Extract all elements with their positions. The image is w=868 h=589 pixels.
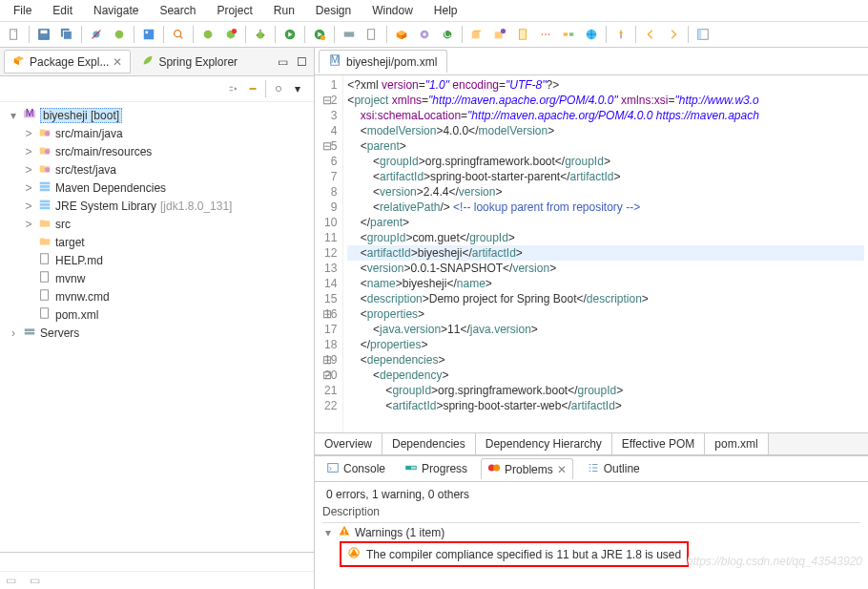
run-last-icon[interactable] bbox=[309, 24, 330, 45]
progress-icon bbox=[404, 461, 418, 477]
focus-icon[interactable] bbox=[270, 80, 287, 97]
menu-help[interactable]: Help bbox=[424, 2, 467, 19]
svg-point-32 bbox=[548, 33, 550, 35]
svg-rect-47 bbox=[40, 189, 51, 192]
tree-item[interactable]: >Maven Dependencies bbox=[8, 179, 306, 197]
tree-item[interactable]: mvnw.cmd bbox=[8, 287, 306, 305]
search-icon[interactable] bbox=[168, 24, 189, 45]
new-server-icon[interactable] bbox=[339, 24, 360, 45]
tab-package-explorer[interactable]: Package Expl... ✕ bbox=[4, 50, 131, 74]
link-editor-icon[interactable] bbox=[244, 80, 261, 97]
skip-breakpoints-icon[interactable] bbox=[86, 24, 107, 45]
pin-icon[interactable] bbox=[610, 24, 631, 45]
spring-leaf-icon bbox=[141, 53, 155, 70]
svg-rect-34 bbox=[569, 32, 573, 36]
show-whitespace-icon[interactable] bbox=[535, 24, 556, 45]
back-icon[interactable] bbox=[640, 24, 661, 45]
run-icon[interactable] bbox=[279, 24, 300, 45]
pom-tab-pom.xml[interactable]: pom.xml bbox=[705, 433, 768, 454]
tab-progress[interactable]: Progress bbox=[399, 459, 473, 479]
close-icon[interactable]: ✕ bbox=[113, 55, 122, 69]
package-explorer-tabbar: Package Expl... ✕ Spring Explorer ▭ ☐ bbox=[0, 48, 314, 76]
svg-point-10 bbox=[175, 31, 181, 37]
toggle-mark-icon[interactable] bbox=[512, 24, 533, 45]
folder-icon bbox=[38, 216, 52, 232]
svg-point-30 bbox=[542, 33, 544, 35]
menu-run[interactable]: Run bbox=[264, 2, 304, 19]
servers-node[interactable]: › Servers bbox=[8, 324, 306, 342]
new-class-icon[interactable] bbox=[109, 24, 130, 45]
new-icon[interactable] bbox=[4, 24, 25, 45]
gear-icon[interactable] bbox=[414, 24, 435, 45]
relaunch-icon[interactable] bbox=[197, 24, 218, 45]
new-jsp-icon[interactable] bbox=[362, 24, 382, 45]
open-task-icon[interactable] bbox=[489, 24, 510, 45]
tree-item[interactable]: >src bbox=[8, 215, 306, 233]
file-icon bbox=[38, 288, 52, 305]
new-javaclass-icon[interactable]: C bbox=[437, 24, 458, 45]
svg-text:C: C bbox=[444, 28, 451, 39]
svg-point-63 bbox=[493, 465, 500, 472]
pom-tab-overview[interactable]: Overview bbox=[315, 433, 382, 454]
globe-icon[interactable] bbox=[581, 24, 602, 45]
pom-tab-effective-pom[interactable]: Effective POM bbox=[612, 433, 705, 454]
package-explorer-tree[interactable]: ▾ M biyesheji [boot] >src/main/java>src/… bbox=[0, 102, 314, 552]
open-type-icon[interactable] bbox=[466, 24, 487, 45]
editor-tab-pom[interactable]: M biyesheji/pom.xml bbox=[319, 50, 447, 73]
tree-item[interactable]: target bbox=[8, 233, 306, 251]
description-column-header[interactable]: Description bbox=[322, 503, 860, 523]
pom-tab-dependency-hierarchy[interactable]: Dependency Hierarchy bbox=[476, 433, 612, 454]
coverage-icon[interactable] bbox=[220, 24, 241, 45]
svg-rect-64 bbox=[343, 529, 344, 533]
spring-boot-dashboard-icon[interactable] bbox=[138, 24, 159, 45]
folder-icon bbox=[38, 234, 52, 250]
tree-item[interactable]: pom.xml bbox=[8, 305, 306, 324]
collapse-all-icon[interactable] bbox=[225, 80, 242, 97]
menu-navigate[interactable]: Navigate bbox=[84, 2, 148, 19]
tree-item[interactable]: >src/main/resources bbox=[8, 142, 306, 160]
package-folder-icon bbox=[38, 161, 52, 178]
bottom-panel: Console Progress Problems ✕ Outline 0 er… bbox=[315, 455, 868, 589]
menu-window[interactable]: Window bbox=[362, 2, 423, 19]
new-package-icon[interactable] bbox=[391, 24, 412, 45]
xml-editor[interactable]: 12⊟345⊟678910111213141516⊟171819⊟20⊟2122… bbox=[315, 75, 868, 432]
forward-icon[interactable] bbox=[663, 24, 684, 45]
tree-item[interactable]: >src/main/java bbox=[8, 124, 306, 142]
menu-design[interactable]: Design bbox=[306, 2, 361, 19]
perspective-icon[interactable] bbox=[692, 24, 713, 45]
tab-outline[interactable]: Outline bbox=[581, 459, 646, 479]
warning-item[interactable]: The compiler compliance specified is 11 … bbox=[340, 541, 689, 567]
menu-search[interactable]: Search bbox=[150, 2, 205, 19]
svg-point-7 bbox=[115, 31, 124, 39]
debug-icon[interactable] bbox=[250, 24, 271, 45]
minimize-icon[interactable]: ▭ bbox=[274, 53, 291, 71]
tree-item[interactable]: >JRE System Library [jdk1.8.0_131] bbox=[8, 197, 306, 215]
tree-item[interactable]: >src/test/java bbox=[8, 160, 306, 179]
package-explorer-toolbar: ▾ bbox=[0, 76, 314, 102]
svg-point-15 bbox=[258, 32, 264, 38]
close-icon[interactable]: ✕ bbox=[557, 463, 567, 476]
new-connection-icon[interactable] bbox=[558, 24, 579, 45]
tree-item[interactable]: mvnw bbox=[8, 269, 306, 287]
menu-edit[interactable]: Edit bbox=[43, 2, 82, 19]
menu-project[interactable]: Project bbox=[207, 2, 261, 19]
maximize-icon[interactable]: ☐ bbox=[293, 53, 310, 71]
svg-rect-23 bbox=[368, 30, 375, 40]
menu-file[interactable]: File bbox=[4, 2, 41, 19]
project-node[interactable]: ▾ M biyesheji [boot] bbox=[8, 106, 306, 124]
file-icon bbox=[38, 306, 52, 323]
tab-spring-explorer[interactable]: Spring Explorer bbox=[133, 50, 246, 74]
svg-text:M: M bbox=[331, 53, 340, 65]
warnings-group[interactable]: ▾ Warnings (1 item) bbox=[322, 523, 860, 541]
svg-rect-55 bbox=[25, 328, 35, 331]
tab-problems[interactable]: Problems ✕ bbox=[481, 458, 573, 479]
svg-rect-49 bbox=[40, 203, 51, 206]
package-folder-icon bbox=[38, 125, 52, 141]
view-menu-icon[interactable]: ▾ bbox=[289, 80, 306, 97]
save-icon[interactable] bbox=[33, 24, 54, 45]
tree-item[interactable]: HELP.md bbox=[8, 251, 306, 269]
save-all-icon[interactable] bbox=[56, 24, 77, 45]
pom-tab-dependencies[interactable]: Dependencies bbox=[382, 433, 476, 454]
console-icon bbox=[326, 461, 340, 477]
tab-console[interactable]: Console bbox=[320, 459, 391, 479]
